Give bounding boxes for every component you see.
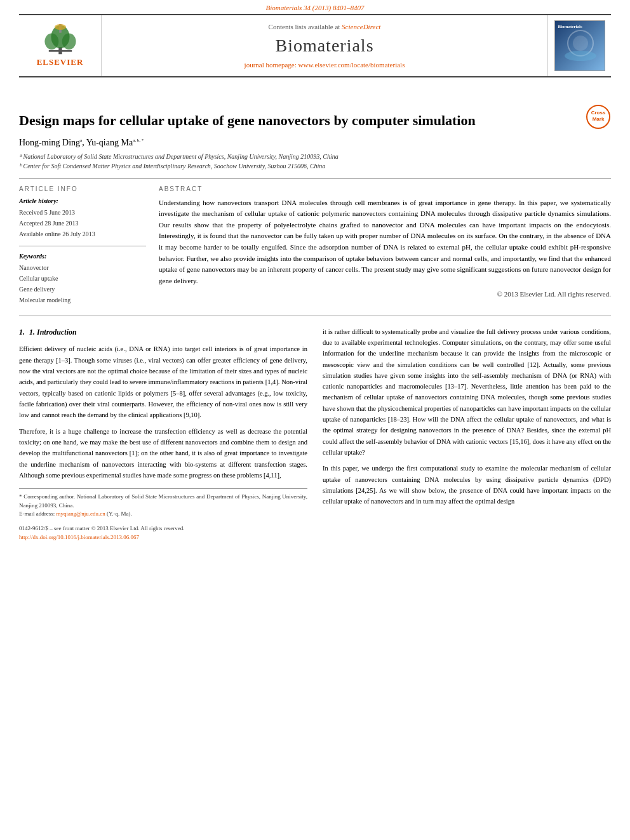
- crossmark-badge[interactable]: Cross Mark: [586, 104, 611, 132]
- affil-sup-ab: a, b, *: [133, 138, 144, 143]
- journal-header: ELSEVIER Contents lists available at Sci…: [19, 14, 611, 77]
- sciencedirect-link[interactable]: ScienceDirect: [342, 23, 380, 30]
- article-info-column: ARTICLE INFO Article history: Received 5…: [19, 185, 146, 305]
- svg-point-10: [565, 51, 596, 61]
- issn-text: 0142-9612/$ – see front matter © 2013 El…: [19, 524, 307, 533]
- intro-paragraph-2: Therefore, it is a huge challenge to inc…: [19, 426, 307, 481]
- email-link[interactable]: myqiang@nju.edu.cn: [56, 510, 105, 517]
- copyright-line: © 2013 Elsevier Ltd. All rights reserved…: [159, 290, 611, 298]
- svg-point-2: [44, 34, 58, 50]
- svg-text:Mark: Mark: [593, 116, 605, 122]
- accepted-date: Accepted 28 June 2013: [19, 218, 146, 229]
- affiliation-b: ᵇ Center for Soft Condensed Matter Physi…: [19, 161, 611, 171]
- svg-point-6: [54, 24, 65, 30]
- section-number: 1.: [19, 328, 25, 337]
- keyword-3: Gene delivery: [19, 284, 146, 295]
- journal-reference: Biomaterials 34 (2013) 8401–8407: [0, 0, 630, 14]
- abstract-label: ABSTRACT: [159, 185, 611, 192]
- footnote-email: E-mail address: myqiang@nju.edu.cn (Y.-q…: [19, 510, 307, 519]
- article-info-label: ARTICLE INFO: [19, 185, 146, 192]
- affiliations: ᵃ National Laboratory of Solid State Mic…: [19, 152, 611, 171]
- article-history-label: Article history:: [19, 197, 146, 204]
- affiliation-a: ᵃ National Laboratory of Solid State Mic…: [19, 152, 611, 161]
- elsevier-logo: ELSEVIER: [37, 24, 84, 67]
- cover-label: Biomaterials: [558, 24, 582, 29]
- keywords-divider: [19, 246, 146, 246]
- sciencedirect-line: Contents lists available at ScienceDirec…: [269, 23, 381, 30]
- body-right-column: it is rather difficult to systematically…: [323, 326, 611, 543]
- body-columns: 1. 1. Introduction Efficient delivery of…: [19, 326, 611, 543]
- keyword-2: Cellular uptake: [19, 273, 146, 284]
- svg-point-3: [62, 34, 76, 50]
- abstract-column: ABSTRACT Understanding how nanovectors t…: [159, 185, 611, 305]
- elsevier-tree-icon: [38, 24, 83, 56]
- footnote-section: * Corresponding author. National Laborat…: [19, 488, 307, 519]
- journal-cover-section: Biomaterials: [547, 15, 611, 76]
- paper-title: Design maps for cellular uptake of gene …: [19, 112, 611, 130]
- doi-section: 0142-9612/$ – see front matter © 2013 El…: [19, 524, 307, 543]
- intro-paragraph-1: Efficient delivery of nucleic acids (i.e…: [19, 343, 307, 420]
- main-content: Cross Mark Design maps for cellular upta…: [0, 77, 630, 542]
- journal-title: Biomaterials: [275, 36, 373, 56]
- crossmark-icon: Cross Mark: [586, 104, 611, 130]
- doi-link[interactable]: http://dx.doi.org/10.1016/j.biomaterials…: [19, 533, 307, 542]
- authors-line: Hong-ming Dinga, Yu-qiang Maa, b, *: [19, 138, 611, 148]
- body-left-column: 1. 1. Introduction Efficient delivery of…: [19, 326, 307, 543]
- keyword-4: Molecular modeling: [19, 295, 146, 305]
- keyword-1: Nanovector: [19, 262, 146, 273]
- article-info-abstract: ARTICLE INFO Article history: Received 5…: [19, 185, 611, 305]
- abstract-text: Understanding how nanovectors transport …: [159, 197, 611, 287]
- page: Biomaterials 34 (2013) 8401–8407 ELSEVI: [0, 0, 630, 542]
- header-divider: [19, 178, 611, 179]
- received-date: Received 5 June 2013: [19, 207, 146, 218]
- journal-center-header: Contents lists available at ScienceDirec…: [102, 15, 547, 76]
- right-paragraph-1: it is rather difficult to systematically…: [323, 326, 611, 458]
- footnote-corresponding: * Corresponding author. National Laborat…: [19, 493, 307, 510]
- affil-sup-a: a: [80, 138, 82, 143]
- right-paragraph-2: In this paper, we undergo the first comp…: [323, 463, 611, 507]
- elsevier-label: ELSEVIER: [37, 57, 84, 67]
- introduction-heading: 1. 1. Introduction: [19, 326, 307, 339]
- title-section: Cross Mark Design maps for cellular upta…: [19, 102, 611, 138]
- journal-cover-image: Biomaterials: [554, 20, 605, 71]
- journal-homepage: journal homepage: www.elsevier.com/locat…: [245, 61, 405, 69]
- available-date: Available online 26 July 2013: [19, 229, 146, 239]
- keywords-label: Keywords:: [19, 253, 146, 260]
- svg-text:Cross: Cross: [591, 110, 606, 116]
- body-start-divider: [19, 316, 611, 316]
- elsevier-logo-section: ELSEVIER: [19, 15, 102, 76]
- svg-point-9: [573, 36, 588, 51]
- svg-rect-4: [48, 50, 71, 52]
